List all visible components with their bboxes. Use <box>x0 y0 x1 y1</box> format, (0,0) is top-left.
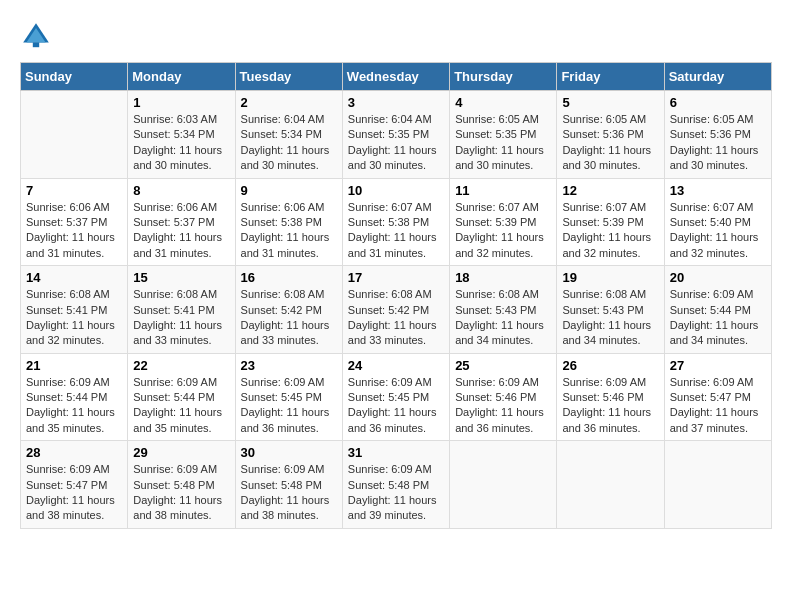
day-cell: 22Sunrise: 6:09 AM Sunset: 5:44 PM Dayli… <box>128 353 235 441</box>
day-info: Sunrise: 6:07 AM Sunset: 5:40 PM Dayligh… <box>670 200 766 262</box>
day-info: Sunrise: 6:08 AM Sunset: 5:42 PM Dayligh… <box>348 287 444 349</box>
week-row-4: 21Sunrise: 6:09 AM Sunset: 5:44 PM Dayli… <box>21 353 772 441</box>
day-info: Sunrise: 6:09 AM Sunset: 5:45 PM Dayligh… <box>241 375 337 437</box>
day-info: Sunrise: 6:09 AM Sunset: 5:47 PM Dayligh… <box>670 375 766 437</box>
day-info: Sunrise: 6:09 AM Sunset: 5:44 PM Dayligh… <box>26 375 122 437</box>
day-cell: 23Sunrise: 6:09 AM Sunset: 5:45 PM Dayli… <box>235 353 342 441</box>
day-info: Sunrise: 6:09 AM Sunset: 5:46 PM Dayligh… <box>455 375 551 437</box>
day-info: Sunrise: 6:06 AM Sunset: 5:38 PM Dayligh… <box>241 200 337 262</box>
day-cell: 15Sunrise: 6:08 AM Sunset: 5:41 PM Dayli… <box>128 266 235 354</box>
day-number: 11 <box>455 183 551 198</box>
calendar-table: SundayMondayTuesdayWednesdayThursdayFrid… <box>20 62 772 529</box>
day-info: Sunrise: 6:04 AM Sunset: 5:34 PM Dayligh… <box>241 112 337 174</box>
day-cell: 9Sunrise: 6:06 AM Sunset: 5:38 PM Daylig… <box>235 178 342 266</box>
day-info: Sunrise: 6:08 AM Sunset: 5:42 PM Dayligh… <box>241 287 337 349</box>
day-number: 25 <box>455 358 551 373</box>
day-number: 4 <box>455 95 551 110</box>
day-cell: 8Sunrise: 6:06 AM Sunset: 5:37 PM Daylig… <box>128 178 235 266</box>
week-row-3: 14Sunrise: 6:08 AM Sunset: 5:41 PM Dayli… <box>21 266 772 354</box>
day-number: 29 <box>133 445 229 460</box>
day-cell: 31Sunrise: 6:09 AM Sunset: 5:48 PM Dayli… <box>342 441 449 529</box>
day-number: 27 <box>670 358 766 373</box>
day-info: Sunrise: 6:08 AM Sunset: 5:43 PM Dayligh… <box>562 287 658 349</box>
day-number: 31 <box>348 445 444 460</box>
day-number: 5 <box>562 95 658 110</box>
page-header <box>20 20 772 52</box>
week-row-1: 1Sunrise: 6:03 AM Sunset: 5:34 PM Daylig… <box>21 91 772 179</box>
day-info: Sunrise: 6:05 AM Sunset: 5:35 PM Dayligh… <box>455 112 551 174</box>
day-info: Sunrise: 6:07 AM Sunset: 5:38 PM Dayligh… <box>348 200 444 262</box>
day-cell: 21Sunrise: 6:09 AM Sunset: 5:44 PM Dayli… <box>21 353 128 441</box>
day-info: Sunrise: 6:09 AM Sunset: 5:46 PM Dayligh… <box>562 375 658 437</box>
day-number: 13 <box>670 183 766 198</box>
col-header-friday: Friday <box>557 63 664 91</box>
day-number: 10 <box>348 183 444 198</box>
day-info: Sunrise: 6:07 AM Sunset: 5:39 PM Dayligh… <box>455 200 551 262</box>
day-number: 7 <box>26 183 122 198</box>
day-cell: 4Sunrise: 6:05 AM Sunset: 5:35 PM Daylig… <box>450 91 557 179</box>
day-number: 22 <box>133 358 229 373</box>
week-row-5: 28Sunrise: 6:09 AM Sunset: 5:47 PM Dayli… <box>21 441 772 529</box>
day-number: 17 <box>348 270 444 285</box>
day-cell: 24Sunrise: 6:09 AM Sunset: 5:45 PM Dayli… <box>342 353 449 441</box>
day-cell: 26Sunrise: 6:09 AM Sunset: 5:46 PM Dayli… <box>557 353 664 441</box>
col-header-sunday: Sunday <box>21 63 128 91</box>
day-cell: 29Sunrise: 6:09 AM Sunset: 5:48 PM Dayli… <box>128 441 235 529</box>
day-info: Sunrise: 6:08 AM Sunset: 5:43 PM Dayligh… <box>455 287 551 349</box>
day-cell <box>664 441 771 529</box>
col-header-wednesday: Wednesday <box>342 63 449 91</box>
day-info: Sunrise: 6:06 AM Sunset: 5:37 PM Dayligh… <box>26 200 122 262</box>
day-cell: 2Sunrise: 6:04 AM Sunset: 5:34 PM Daylig… <box>235 91 342 179</box>
day-info: Sunrise: 6:09 AM Sunset: 5:48 PM Dayligh… <box>133 462 229 524</box>
day-cell: 12Sunrise: 6:07 AM Sunset: 5:39 PM Dayli… <box>557 178 664 266</box>
day-cell: 1Sunrise: 6:03 AM Sunset: 5:34 PM Daylig… <box>128 91 235 179</box>
day-number: 2 <box>241 95 337 110</box>
day-info: Sunrise: 6:08 AM Sunset: 5:41 PM Dayligh… <box>26 287 122 349</box>
day-info: Sunrise: 6:07 AM Sunset: 5:39 PM Dayligh… <box>562 200 658 262</box>
svg-rect-2 <box>33 42 39 47</box>
day-number: 16 <box>241 270 337 285</box>
day-info: Sunrise: 6:04 AM Sunset: 5:35 PM Dayligh… <box>348 112 444 174</box>
day-number: 3 <box>348 95 444 110</box>
day-cell: 13Sunrise: 6:07 AM Sunset: 5:40 PM Dayli… <box>664 178 771 266</box>
day-number: 14 <box>26 270 122 285</box>
day-cell: 20Sunrise: 6:09 AM Sunset: 5:44 PM Dayli… <box>664 266 771 354</box>
day-number: 18 <box>455 270 551 285</box>
day-number: 19 <box>562 270 658 285</box>
day-cell: 3Sunrise: 6:04 AM Sunset: 5:35 PM Daylig… <box>342 91 449 179</box>
day-number: 6 <box>670 95 766 110</box>
day-info: Sunrise: 6:09 AM Sunset: 5:45 PM Dayligh… <box>348 375 444 437</box>
day-cell: 25Sunrise: 6:09 AM Sunset: 5:46 PM Dayli… <box>450 353 557 441</box>
day-cell: 11Sunrise: 6:07 AM Sunset: 5:39 PM Dayli… <box>450 178 557 266</box>
day-cell: 27Sunrise: 6:09 AM Sunset: 5:47 PM Dayli… <box>664 353 771 441</box>
day-info: Sunrise: 6:05 AM Sunset: 5:36 PM Dayligh… <box>562 112 658 174</box>
day-cell: 28Sunrise: 6:09 AM Sunset: 5:47 PM Dayli… <box>21 441 128 529</box>
day-number: 30 <box>241 445 337 460</box>
day-number: 15 <box>133 270 229 285</box>
day-cell: 18Sunrise: 6:08 AM Sunset: 5:43 PM Dayli… <box>450 266 557 354</box>
day-info: Sunrise: 6:09 AM Sunset: 5:44 PM Dayligh… <box>133 375 229 437</box>
day-number: 21 <box>26 358 122 373</box>
day-number: 8 <box>133 183 229 198</box>
day-info: Sunrise: 6:03 AM Sunset: 5:34 PM Dayligh… <box>133 112 229 174</box>
day-info: Sunrise: 6:06 AM Sunset: 5:37 PM Dayligh… <box>133 200 229 262</box>
col-header-tuesday: Tuesday <box>235 63 342 91</box>
day-cell <box>450 441 557 529</box>
day-cell <box>21 91 128 179</box>
day-cell: 17Sunrise: 6:08 AM Sunset: 5:42 PM Dayli… <box>342 266 449 354</box>
day-cell: 16Sunrise: 6:08 AM Sunset: 5:42 PM Dayli… <box>235 266 342 354</box>
col-header-thursday: Thursday <box>450 63 557 91</box>
day-cell <box>557 441 664 529</box>
day-info: Sunrise: 6:09 AM Sunset: 5:48 PM Dayligh… <box>241 462 337 524</box>
day-cell: 30Sunrise: 6:09 AM Sunset: 5:48 PM Dayli… <box>235 441 342 529</box>
day-number: 20 <box>670 270 766 285</box>
header-row: SundayMondayTuesdayWednesdayThursdayFrid… <box>21 63 772 91</box>
day-info: Sunrise: 6:09 AM Sunset: 5:44 PM Dayligh… <box>670 287 766 349</box>
day-cell: 6Sunrise: 6:05 AM Sunset: 5:36 PM Daylig… <box>664 91 771 179</box>
day-cell: 14Sunrise: 6:08 AM Sunset: 5:41 PM Dayli… <box>21 266 128 354</box>
col-header-monday: Monday <box>128 63 235 91</box>
day-cell: 19Sunrise: 6:08 AM Sunset: 5:43 PM Dayli… <box>557 266 664 354</box>
logo <box>20 20 56 52</box>
day-number: 9 <box>241 183 337 198</box>
logo-icon <box>20 20 52 52</box>
